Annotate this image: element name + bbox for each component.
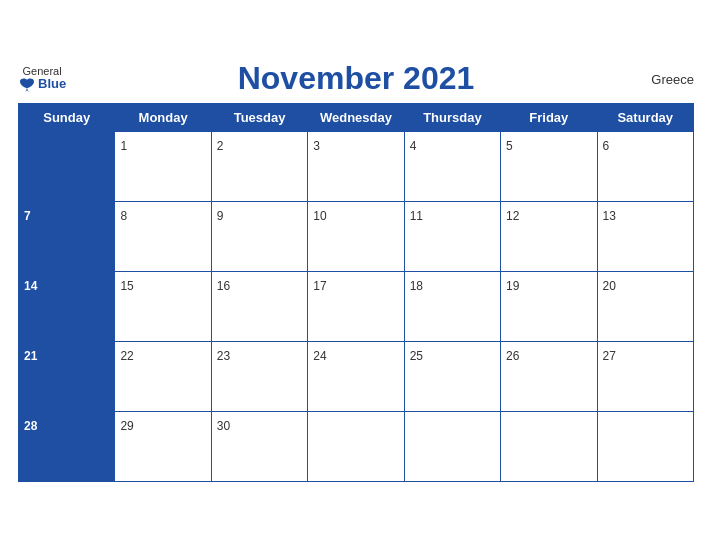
day-number: 8 — [120, 209, 127, 223]
header-monday: Monday — [115, 104, 211, 132]
table-row: 78910111213 — [19, 202, 694, 272]
logo: General Blue — [18, 65, 66, 91]
calendar-cell: 19 — [501, 272, 597, 342]
day-number: 22 — [120, 349, 133, 363]
header-friday: Friday — [501, 104, 597, 132]
day-number: 3 — [313, 139, 320, 153]
header-wednesday: Wednesday — [308, 104, 404, 132]
calendar-cell: 8 — [115, 202, 211, 272]
calendar-cell — [597, 412, 693, 482]
calendar-cell: 4 — [404, 132, 500, 202]
calendar-cell: 11 — [404, 202, 500, 272]
day-number: 14 — [24, 279, 37, 293]
table-row: 123456 — [19, 132, 694, 202]
calendar-cell: 20 — [597, 272, 693, 342]
day-number: 29 — [120, 419, 133, 433]
header-sunday: Sunday — [19, 104, 115, 132]
calendar-cell: 22 — [115, 342, 211, 412]
calendar-cell: 30 — [211, 412, 307, 482]
day-number: 25 — [410, 349, 423, 363]
calendar-cell: 6 — [597, 132, 693, 202]
day-number: 4 — [410, 139, 417, 153]
calendar-cell: 5 — [501, 132, 597, 202]
calendar-cell: 12 — [501, 202, 597, 272]
calendar-cell: 25 — [404, 342, 500, 412]
calendar-cell: 14 — [19, 272, 115, 342]
calendar-cell: 2 — [211, 132, 307, 202]
calendar-table: Sunday Monday Tuesday Wednesday Thursday… — [18, 103, 694, 482]
day-number: 6 — [603, 139, 610, 153]
day-number: 30 — [217, 419, 230, 433]
calendar-cell — [501, 412, 597, 482]
day-number: 27 — [603, 349, 616, 363]
calendar-container: General Blue November 2021 Greece Sunday… — [0, 50, 712, 500]
header-thursday: Thursday — [404, 104, 500, 132]
day-number: 15 — [120, 279, 133, 293]
table-row: 21222324252627 — [19, 342, 694, 412]
day-number: 16 — [217, 279, 230, 293]
calendar-cell: 23 — [211, 342, 307, 412]
day-number: 17 — [313, 279, 326, 293]
day-number: 2 — [217, 139, 224, 153]
calendar-cell — [404, 412, 500, 482]
day-number: 7 — [24, 209, 31, 223]
day-number: 21 — [24, 349, 37, 363]
day-number: 11 — [410, 209, 423, 223]
calendar-cell: 21 — [19, 342, 115, 412]
day-number: 18 — [410, 279, 423, 293]
header-saturday: Saturday — [597, 104, 693, 132]
calendar-cell — [308, 412, 404, 482]
calendar-cell: 29 — [115, 412, 211, 482]
calendar-cell: 9 — [211, 202, 307, 272]
calendar-cell: 3 — [308, 132, 404, 202]
calendar-body: 1234567891011121314151617181920212223242… — [19, 132, 694, 482]
calendar-cell: 18 — [404, 272, 500, 342]
calendar-cell: 7 — [19, 202, 115, 272]
table-row: 14151617181920 — [19, 272, 694, 342]
day-number: 10 — [313, 209, 326, 223]
country-label: Greece — [651, 71, 694, 86]
day-number: 9 — [217, 209, 224, 223]
weekday-header-row: Sunday Monday Tuesday Wednesday Thursday… — [19, 104, 694, 132]
day-number: 1 — [120, 139, 127, 153]
day-number: 19 — [506, 279, 519, 293]
calendar-cell: 13 — [597, 202, 693, 272]
calendar-cell: 15 — [115, 272, 211, 342]
calendar-cell: 17 — [308, 272, 404, 342]
calendar-cell: 27 — [597, 342, 693, 412]
logo-bird-icon — [18, 78, 36, 92]
calendar-cell: 1 — [115, 132, 211, 202]
calendar-cell: 16 — [211, 272, 307, 342]
calendar-cell: 26 — [501, 342, 597, 412]
calendar-cell: 10 — [308, 202, 404, 272]
day-number: 5 — [506, 139, 513, 153]
logo-blue-text: Blue — [18, 77, 66, 91]
calendar-cell: 24 — [308, 342, 404, 412]
day-number: 24 — [313, 349, 326, 363]
calendar-header: General Blue November 2021 Greece — [18, 60, 694, 97]
day-number: 13 — [603, 209, 616, 223]
day-number: 12 — [506, 209, 519, 223]
table-row: 282930 — [19, 412, 694, 482]
day-number: 28 — [24, 419, 37, 433]
day-number: 26 — [506, 349, 519, 363]
calendar-cell — [19, 132, 115, 202]
day-number: 20 — [603, 279, 616, 293]
header-tuesday: Tuesday — [211, 104, 307, 132]
page-title: November 2021 — [238, 60, 475, 97]
calendar-cell: 28 — [19, 412, 115, 482]
day-number: 23 — [217, 349, 230, 363]
